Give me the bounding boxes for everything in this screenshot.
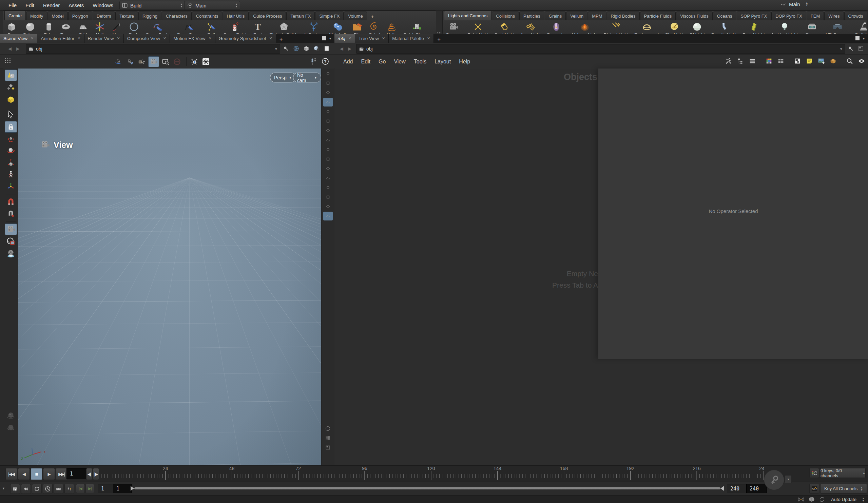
zoom-region-icon[interactable] [161, 57, 170, 67]
menu-edit[interactable]: Edit [21, 0, 39, 10]
shading-lock-icon[interactable] [312, 44, 321, 53]
display-points-icon[interactable] [5, 82, 17, 93]
scene-tab-geometry-spreadsheet[interactable]: Geometry Spreadsheet✕ [215, 34, 276, 43]
stepper-icon[interactable]: ▲▼ [235, 3, 238, 8]
display-option-icon[interactable] [323, 174, 333, 183]
back-icon[interactable]: ◀ [338, 45, 345, 52]
shelf-tab-modify[interactable]: Modify [26, 11, 47, 20]
display-option-icon[interactable] [323, 117, 333, 125]
shelf-tab-particles[interactable]: Particles [519, 11, 545, 20]
translate-tool-icon[interactable] [5, 134, 17, 144]
close-tab-icon[interactable]: ✕ [163, 36, 166, 41]
list-view-icon[interactable] [748, 57, 757, 65]
next-key-button[interactable]: ▶| [85, 484, 94, 493]
scene-tab-animation-editor[interactable]: Animation Editor✕ [37, 34, 84, 43]
camera-select-button[interactable]: No cam▼ [293, 73, 321, 82]
scene-path-field[interactable]: obj ▼ [26, 44, 280, 54]
stepper-icon[interactable]: ▲▼ [180, 3, 183, 8]
select-visibility-icon[interactable] [309, 56, 319, 66]
pin-pane-icon[interactable] [281, 44, 290, 53]
back-icon[interactable]: ◀ [6, 45, 13, 52]
scene-tab-motion-fx-view[interactable]: Motion FX View✕ [170, 34, 215, 43]
shelf-tab-rigging[interactable]: Rigging [138, 11, 162, 20]
select-geometry-icon[interactable] [137, 57, 147, 67]
follow-playbar-icon[interactable] [10, 484, 20, 494]
info-icon[interactable]: i [323, 424, 333, 433]
close-tab-icon[interactable]: ✕ [117, 36, 120, 41]
network-menu-edit[interactable]: Edit [357, 59, 374, 65]
selection-disabled-icon[interactable] [172, 57, 182, 67]
scene-tab-composite-view[interactable]: Composite View✕ [124, 34, 170, 43]
shelf-tab-texture[interactable]: Texture [115, 11, 138, 20]
shelf-tab-simple-fx[interactable]: Simple FX [315, 11, 344, 20]
playbar-menu-icon[interactable]: ▼ [2, 487, 5, 490]
radial-menu-selector[interactable]: Main ▲▼ [185, 1, 240, 10]
close-tab-icon[interactable]: ✕ [31, 36, 33, 41]
shelf-tab-wires[interactable]: Wires [824, 11, 844, 20]
range-handle-right-icon[interactable] [721, 486, 724, 491]
playback-range-slider[interactable] [134, 487, 721, 490]
global-start-field[interactable]: 1 [98, 484, 115, 493]
menu-assets[interactable]: Assets [64, 0, 88, 10]
cook-refresh-icon[interactable] [819, 496, 825, 503]
display-option-icon[interactable] [323, 136, 333, 144]
shelf-tab-sop-pyro-fx[interactable]: SOP Pyro FX [737, 11, 771, 20]
lit-shading-icon[interactable] [5, 94, 17, 105]
menu-windows[interactable]: Windows [88, 0, 118, 10]
toolbox-grid-icon[interactable] [4, 57, 11, 64]
shelf-tab-dop-pyro-fx[interactable]: DOP Pyro FX [771, 11, 806, 20]
flipbook-icon[interactable] [5, 248, 17, 259]
tick-display-icon[interactable] [54, 484, 63, 494]
playback-end-field[interactable]: 240 [727, 484, 747, 493]
network-tab--obj[interactable]: /obj✕ [334, 34, 355, 43]
set-key-button[interactable] [764, 470, 784, 490]
key-all-channels-button[interactable]: Key All Channels ▲▼ [820, 484, 867, 493]
light-bank-icon[interactable] [5, 422, 17, 433]
visibility-icon[interactable] [857, 57, 866, 65]
shelf-tab-crowds[interactable]: Crowds [844, 11, 867, 20]
network-boxes-icon[interactable] [793, 57, 802, 65]
viewport-canvas[interactable]: View Persp▼ No cam▼ x z [18, 69, 321, 465]
display-option-icon[interactable] [323, 145, 333, 154]
shelf-tab-rigid-bodies[interactable]: Rigid Bodies [607, 11, 640, 20]
scene-tab-scene-view[interactable]: Scene View✕ [0, 34, 37, 43]
shelf-tab-lights-and-cameras[interactable]: Lights and Cameras [444, 11, 492, 20]
key-options-icon[interactable]: ▼ [785, 475, 792, 483]
select-handle-icon[interactable] [125, 57, 135, 67]
scoped-channels-icon[interactable] [809, 468, 819, 478]
palette-icon[interactable] [765, 57, 773, 65]
display-option-icon[interactable] [323, 88, 333, 97]
shelf-tab-fem[interactable]: FEM [807, 11, 824, 20]
shelf-tab-collisions[interactable]: Collisions [492, 11, 519, 20]
timeline-ruler[interactable]: 24487296120144168192216240 [0, 466, 764, 482]
help-icon[interactable]: ? [320, 56, 330, 66]
panel-display-icon[interactable] [322, 44, 331, 53]
auto-update-selector[interactable]: Auto Update ▲▼ [831, 495, 865, 503]
channel-editor-icon[interactable] [809, 484, 819, 493]
keys-summary-button[interactable]: 0 keys, 0/0 channels▲ [820, 468, 866, 478]
close-tab-icon[interactable]: ✕ [78, 36, 80, 41]
network-menu-help[interactable]: Help [455, 59, 474, 65]
shelf-tab-model[interactable]: Model [48, 11, 68, 20]
network-menu-add[interactable]: Add [339, 59, 357, 65]
shelf-tab-characters[interactable]: Characters [162, 11, 192, 20]
add-shelf-tab-button[interactable]: + [367, 13, 378, 20]
network-menu-go[interactable]: Go [374, 59, 390, 65]
realtime-icon[interactable] [43, 484, 53, 494]
display-option-icon[interactable] [323, 79, 333, 88]
loop-mode-icon[interactable] [32, 484, 42, 494]
network-menu-tools[interactable]: Tools [410, 59, 431, 65]
hotkey-set-selector[interactable]: Main ▲▼ [780, 1, 808, 7]
memory-usage-icon[interactable] [808, 496, 815, 503]
shelf-tab-create[interactable]: Create [4, 11, 26, 20]
desktop-selector[interactable]: Build ▲▼ [120, 1, 185, 10]
global-end-field[interactable]: 240 [746, 484, 767, 493]
shelf-tab-hair-utils[interactable]: Hair Utils [223, 11, 249, 20]
stepper-icon[interactable]: ▲▼ [862, 497, 865, 502]
display-option-icon[interactable] [323, 202, 333, 211]
display-option-icon[interactable] [323, 183, 333, 192]
display-option-icon[interactable] [323, 98, 333, 106]
network-path-field[interactable]: obj ▼ [356, 44, 845, 54]
shelf-tab-vellum[interactable]: Vellum [566, 11, 588, 20]
playback-start-field[interactable]: 1 [113, 484, 132, 493]
